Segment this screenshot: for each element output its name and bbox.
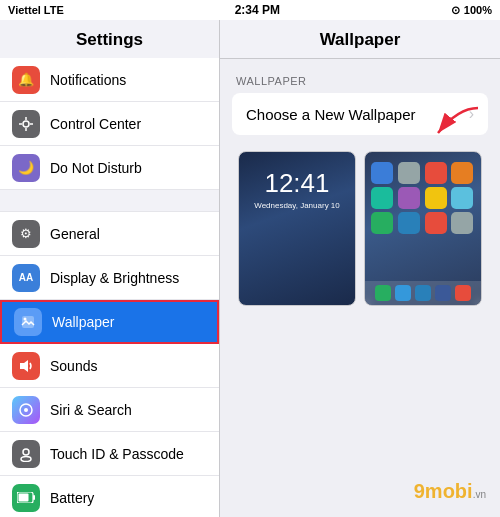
- svg-point-0: [23, 121, 29, 127]
- display-icon: AA: [12, 264, 40, 292]
- svg-point-11: [21, 456, 31, 461]
- lock-screen-preview: 12:41 Wednesday, January 10: [238, 151, 356, 306]
- home-icon-2: [398, 162, 420, 184]
- general-label: General: [50, 226, 100, 242]
- svg-point-9: [24, 408, 28, 412]
- watermark-brand: 9mobi: [414, 480, 473, 502]
- sidebar-item-dnd[interactable]: 🌙 Do Not Disturb: [0, 146, 219, 190]
- home-icon-8: [451, 187, 473, 209]
- dock-icon-phone: [375, 285, 391, 301]
- battery-icon: [12, 484, 40, 512]
- settings-list: 🔔 Notifications Control Center 🌙 Do Not …: [0, 58, 219, 517]
- touch-icon: [12, 440, 40, 468]
- home-icon-6: [398, 187, 420, 209]
- sidebar-title: Settings: [0, 20, 219, 58]
- home-icon-1: [371, 162, 393, 184]
- home-icon-3: [425, 162, 447, 184]
- notifications-icon: 🔔: [12, 66, 40, 94]
- panel-title: Wallpaper: [320, 30, 401, 49]
- notifications-label: Notifications: [50, 72, 126, 88]
- status-bar: Viettel LTE 2:34 PM ⊙ 100%: [0, 0, 500, 20]
- choose-wallpaper-label: Choose a New Wallpaper: [246, 106, 416, 123]
- home-icon-9: [371, 212, 393, 234]
- dock-icon-fb: [435, 285, 451, 301]
- home-icon-12: [451, 212, 473, 234]
- arrow-annotation: [398, 103, 488, 153]
- home-screen-preview: [364, 151, 482, 306]
- panel-header: Wallpaper: [220, 20, 500, 59]
- watermark-suffix: .vn: [473, 489, 486, 500]
- wallpaper-previews: 12:41 Wednesday, January 10: [232, 151, 488, 306]
- sidebar-item-battery[interactable]: Battery: [0, 476, 219, 517]
- preview-clock: 12:41: [264, 168, 329, 199]
- wallpaper-section-label: WALLPAPER: [232, 75, 488, 87]
- touch-label: Touch ID & Passcode: [50, 446, 184, 462]
- preview-dock: [365, 281, 481, 305]
- wallpaper-label: Wallpaper: [52, 314, 115, 330]
- home-icons-grid: [371, 162, 475, 234]
- home-icon-7: [425, 187, 447, 209]
- carrier-text: Viettel LTE: [8, 4, 64, 16]
- dock-icon-safari: [395, 285, 411, 301]
- siri-icon: [12, 396, 40, 424]
- main-panel: Wallpaper WALLPAPER Choose a New Wallpap…: [220, 20, 500, 517]
- sidebar-item-touch[interactable]: Touch ID & Passcode: [0, 432, 219, 476]
- sounds-label: Sounds: [50, 358, 97, 374]
- sidebar-item-sounds[interactable]: Sounds: [0, 344, 219, 388]
- dnd-icon: 🌙: [12, 154, 40, 182]
- svg-rect-14: [19, 494, 29, 502]
- wallpaper-icon: [14, 308, 42, 336]
- sidebar-item-notifications[interactable]: 🔔 Notifications: [0, 58, 219, 102]
- sidebar-item-wallpaper[interactable]: Wallpaper: [0, 300, 219, 344]
- group-divider-1: [0, 190, 219, 212]
- status-icons: ⊙ 100%: [451, 4, 492, 17]
- status-carrier: Viettel LTE: [8, 4, 64, 16]
- sidebar-item-siri[interactable]: Siri & Search: [0, 388, 219, 432]
- panel-content: WALLPAPER Choose a New Wallpaper ›: [220, 59, 500, 517]
- dnd-label: Do Not Disturb: [50, 160, 142, 176]
- siri-label: Siri & Search: [50, 402, 132, 418]
- dock-icon-music: [455, 285, 471, 301]
- svg-point-10: [23, 449, 29, 455]
- home-icon-11: [425, 212, 447, 234]
- general-icon: ⚙: [12, 220, 40, 248]
- sidebar: Settings 🔔 Notifications Control Center …: [0, 20, 220, 517]
- control-center-icon: [12, 110, 40, 138]
- sounds-icon: [12, 352, 40, 380]
- home-icon-4: [451, 162, 473, 184]
- home-icon-5: [371, 187, 393, 209]
- status-time: 2:34 PM: [235, 3, 280, 17]
- battery-status-icon: ⊙: [451, 4, 460, 17]
- control-center-label: Control Center: [50, 116, 141, 132]
- svg-rect-13: [33, 495, 35, 500]
- battery-label: Battery: [50, 490, 94, 506]
- battery-percent: 100%: [464, 4, 492, 16]
- home-icon-10: [398, 212, 420, 234]
- preview-date: Wednesday, January 10: [254, 201, 340, 210]
- sidebar-item-control-center[interactable]: Control Center: [0, 102, 219, 146]
- sidebar-item-general[interactable]: ⚙ General: [0, 212, 219, 256]
- svg-marker-7: [20, 360, 28, 372]
- sidebar-item-display[interactable]: AA Display & Brightness: [0, 256, 219, 300]
- app-container: Settings 🔔 Notifications Control Center …: [0, 20, 500, 517]
- watermark: 9mobi.vn: [414, 480, 486, 503]
- display-label: Display & Brightness: [50, 270, 179, 286]
- dock-icon-mail: [415, 285, 431, 301]
